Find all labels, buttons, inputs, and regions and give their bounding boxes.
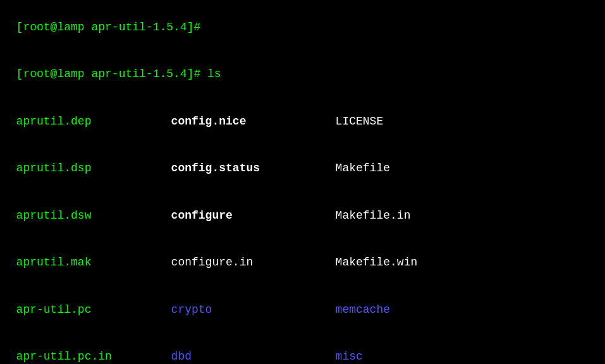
ls-row-5: apr-util.pccryptomemcache	[16, 303, 475, 316]
prompt-line-1: [root@lamp apr-util-1.5.4]#	[16, 21, 201, 33]
ls-row-2: aprutil.dspconfig.statusMakefile	[16, 162, 475, 174]
ls-row-3: aprutil.dswconfigureMakefile.in	[16, 209, 475, 222]
ls-row-4: aprutil.makconfigure.inMakefile.win	[16, 256, 475, 269]
terminal-window[interactable]: [root@lamp apr-util-1.5.4]# [root@lamp a…	[0, 0, 605, 364]
prompt-line-2: [root@lamp apr-util-1.5.4]# ls	[16, 68, 221, 80]
ls-row-1: aprutil.depconfig.niceLICENSE	[16, 115, 475, 128]
ls-row-6: apr-util.pc.indbdmisc	[16, 350, 475, 363]
